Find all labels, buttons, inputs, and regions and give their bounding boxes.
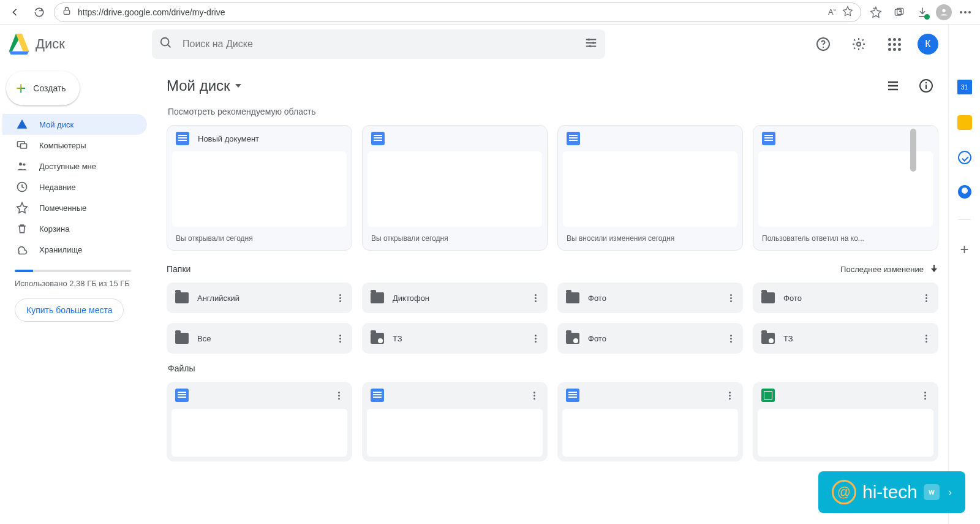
browser-refresh-button[interactable] xyxy=(29,2,49,22)
storage-text: Использовано 2,38 ГБ из 15 ГБ xyxy=(15,278,137,290)
address-bar[interactable]: https://drive.google.com/drive/my-drive … xyxy=(54,2,861,22)
doc-icon xyxy=(762,132,775,145)
more-icon[interactable] xyxy=(528,331,543,346)
user-avatar[interactable]: К xyxy=(918,34,938,55)
favorites-icon[interactable] xyxy=(866,2,886,22)
buy-storage-button[interactable]: Купить больше места xyxy=(15,298,124,322)
more-icon[interactable] xyxy=(723,290,738,305)
read-aloud-icon[interactable]: A» xyxy=(828,7,836,17)
breadcrumb-label: Мой диск xyxy=(167,77,230,94)
more-icon[interactable] xyxy=(331,388,346,403)
folder-card[interactable]: Фото xyxy=(557,283,743,313)
calendar-app-icon[interactable] xyxy=(957,80,972,94)
nav-label: Компьютеры xyxy=(39,141,86,150)
nav-shared[interactable]: Доступные мне xyxy=(2,156,147,177)
file-preview xyxy=(562,409,738,457)
suggested-card[interactable]: Новый документ Вы открывали сегодня xyxy=(167,125,352,251)
tasks-app-icon[interactable] xyxy=(958,151,971,164)
details-icon[interactable] xyxy=(914,74,938,98)
doc-icon xyxy=(175,389,189,402)
nav-storage[interactable]: Хранилище xyxy=(2,239,147,260)
file-card[interactable] xyxy=(167,382,352,461)
folder-card[interactable]: Диктофон xyxy=(362,283,548,313)
sugg-reason: Вы вносили изменения сегодня xyxy=(558,227,742,250)
keep-app-icon[interactable] xyxy=(957,115,972,130)
collections-icon[interactable] xyxy=(889,2,909,22)
nav-my-drive[interactable]: Мой диск xyxy=(2,114,147,135)
more-icon[interactable] xyxy=(919,290,933,305)
folder-card[interactable]: Фото xyxy=(753,283,938,313)
file-card[interactable] xyxy=(362,382,548,461)
shared-folder-icon xyxy=(371,333,384,344)
doc-icon xyxy=(567,132,580,145)
apps-icon[interactable] xyxy=(882,32,907,56)
search-input[interactable] xyxy=(183,39,575,50)
sugg-reason: Пользователь ответил на ко... xyxy=(753,227,938,250)
sort-button[interactable]: Последнее изменение xyxy=(840,265,938,274)
list-view-icon[interactable] xyxy=(881,74,905,98)
browser-profile-icon[interactable] xyxy=(936,4,952,20)
sugg-preview xyxy=(563,151,737,227)
svg-point-4 xyxy=(161,38,169,46)
nav-trash[interactable]: Корзина xyxy=(2,218,147,239)
folders-title: Папки xyxy=(167,264,190,274)
contacts-app-icon[interactable] xyxy=(958,185,971,199)
downloads-icon[interactable] xyxy=(913,2,932,22)
sugg-title: Новый документ xyxy=(198,134,259,143)
more-icon[interactable] xyxy=(919,331,933,346)
browser-menu-icon[interactable] xyxy=(956,2,975,22)
svg-point-13 xyxy=(19,162,22,165)
more-icon[interactable] xyxy=(722,388,737,403)
url-text: https://drive.google.com/drive/my-drive xyxy=(78,7,822,17)
sugg-preview xyxy=(368,151,542,227)
watermark: @ hi-tech w › xyxy=(818,471,965,513)
chevron-right-icon: › xyxy=(948,486,952,499)
sugg-reason: Вы открывали сегодня xyxy=(363,227,547,250)
folder-card[interactable]: Фото xyxy=(557,323,743,354)
create-button-label: Создать xyxy=(33,83,66,93)
more-icon[interactable] xyxy=(333,331,347,346)
breadcrumb[interactable]: Мой диск xyxy=(167,77,241,94)
nav-label: Помеченные xyxy=(39,203,86,213)
svg-point-3 xyxy=(942,9,945,12)
search-options-icon[interactable] xyxy=(584,36,598,52)
folder-card[interactable]: ТЗ xyxy=(753,323,938,354)
create-button[interactable]: Создать xyxy=(6,71,80,105)
more-icon[interactable] xyxy=(723,331,738,346)
scrollbar-thumb[interactable] xyxy=(910,129,916,172)
folder-card[interactable]: ТЗ xyxy=(362,323,548,354)
svg-point-10 xyxy=(857,42,861,46)
watermark-badge: w xyxy=(924,484,940,500)
content-area: Мой диск Посмотреть рекомендуемую област… xyxy=(153,64,948,524)
more-icon[interactable] xyxy=(333,290,347,305)
star-icon[interactable] xyxy=(842,6,853,19)
help-icon[interactable] xyxy=(811,32,835,56)
search-bar[interactable] xyxy=(152,29,605,59)
browser-back-button[interactable] xyxy=(5,2,24,22)
file-preview xyxy=(758,409,933,457)
settings-icon[interactable] xyxy=(846,32,871,56)
file-card[interactable] xyxy=(753,382,938,461)
file-preview xyxy=(172,409,347,457)
file-card[interactable] xyxy=(557,382,743,461)
doc-icon xyxy=(371,389,384,402)
folder-icon xyxy=(371,292,384,303)
nav-label: Корзина xyxy=(39,224,70,234)
caret-down-icon xyxy=(235,84,241,88)
add-addon-icon[interactable]: + xyxy=(960,241,968,258)
doc-icon xyxy=(566,389,579,402)
file-preview xyxy=(367,409,543,457)
suggested-card[interactable]: Вы открывали сегодня xyxy=(362,125,548,251)
folder-card[interactable]: Английский xyxy=(167,283,352,313)
more-icon[interactable] xyxy=(527,388,541,403)
shared-folder-icon xyxy=(566,333,579,344)
nav-starred[interactable]: Помеченные xyxy=(2,197,147,218)
folder-name: Фото xyxy=(588,334,715,343)
nav-computers[interactable]: Компьютеры xyxy=(2,135,147,156)
more-icon[interactable] xyxy=(918,388,932,403)
suggested-card[interactable]: Вы вносили изменения сегодня xyxy=(557,125,743,251)
folder-card[interactable]: Все xyxy=(167,323,352,354)
sugg-reason: Вы открывали сегодня xyxy=(167,227,352,250)
nav-recent[interactable]: Недавние xyxy=(2,177,147,197)
more-icon[interactable] xyxy=(528,290,543,305)
